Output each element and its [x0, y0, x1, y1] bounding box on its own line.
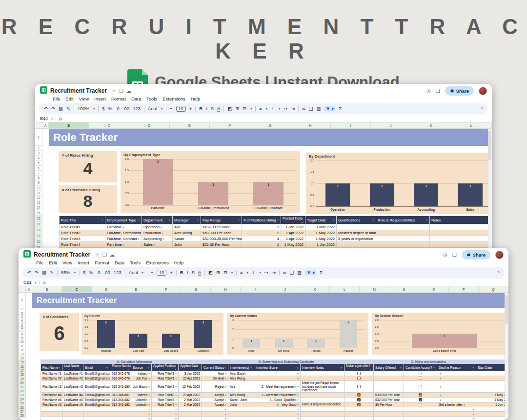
chart-by-employment-type[interactable]: By Employment Type2.01.51.00.50.02Part-t… — [121, 151, 300, 213]
cell[interactable] — [430, 242, 492, 248]
row-number-8[interactable]: 8 — [19, 332, 26, 336]
menu-item-edit[interactable]: Edit — [65, 96, 73, 101]
filter-button[interactable]: ▼ ▾ — [305, 270, 316, 275]
row-number-21[interactable]: 21 — [19, 385, 26, 389]
cell[interactable]: $25-30 Per Hour — [201, 242, 242, 248]
column-header-cell[interactable]: Applied Date▼ — [179, 364, 202, 371]
zoom-caret[interactable]: ▾ — [93, 107, 95, 110]
cell[interactable]: Role Title#3▾ — [152, 392, 179, 397]
column-filter-icon[interactable]: ▼ — [79, 368, 81, 371]
row-number-9[interactable]: 9 — [19, 336, 26, 340]
text-color-button[interactable]: A — [217, 105, 220, 112]
cell[interactable] — [301, 392, 345, 397]
cell[interactable]: ▾ — [152, 416, 179, 420]
cell[interactable]: 1 May 2022 — [281, 242, 305, 248]
text-rotate-button[interactable]: ⇥ — [272, 270, 276, 275]
checkbox-unchecked[interactable] — [419, 372, 422, 375]
row-number-12[interactable]: 12 — [35, 196, 42, 200]
cell[interactable] — [179, 412, 202, 417]
row-number-2[interactable]: 2 — [35, 146, 42, 151]
menu-item-tools[interactable]: Tools — [130, 260, 141, 265]
cell[interactable] — [110, 416, 131, 420]
row-number-27[interactable]: 27 — [19, 410, 26, 414]
dropdown-icon[interactable]: ▾ — [138, 238, 139, 240]
menu-item-file[interactable]: File — [53, 96, 60, 101]
cell[interactable] — [376, 230, 430, 236]
cell[interactable]: Get a better offer▾ — [437, 402, 476, 407]
column-header-cell[interactable]: Last Name▼ — [62, 364, 83, 371]
column-filter-icon[interactable]: ▼ — [433, 366, 435, 369]
cell[interactable]: $32,000 Per Year — [374, 397, 404, 402]
cell[interactable] — [110, 407, 131, 412]
cell[interactable]: 15 Feb 2022 — [179, 381, 202, 393]
column-header-I[interactable]: I — [241, 286, 270, 292]
cell[interactable]: Ava — [173, 224, 201, 230]
cell[interactable]: Full-time, Contract▾ — [105, 236, 142, 242]
dropdown-icon[interactable]: ▾ — [473, 413, 474, 416]
column-filter-icon[interactable]: ▼ — [301, 221, 304, 224]
cell[interactable]: 4 - Very Good▾ — [254, 402, 301, 407]
column-header-E[interactable]: E — [170, 122, 210, 128]
dropdown-icon[interactable]: ▾ — [122, 243, 124, 246]
menu-item-file[interactable]: File — [36, 260, 43, 265]
cell[interactable] — [301, 376, 345, 381]
cell[interactable]: ▾ — [152, 412, 179, 417]
cell[interactable]: 1 Apr 2022 — [281, 236, 305, 242]
column-header-cell[interactable]: Pay Range▼ — [201, 216, 242, 224]
dropdown-icon[interactable]: ▾ — [464, 403, 465, 406]
vertical-scrollbar[interactable] — [505, 293, 508, 420]
grid-corner[interactable] — [35, 122, 42, 128]
row-number-6[interactable]: 6 — [35, 166, 42, 171]
merge-cells-button[interactable]: ⊟ — [243, 106, 246, 111]
cell[interactable] — [301, 397, 345, 402]
cell[interactable]: Indeed▾ — [131, 392, 152, 397]
dropdown-icon[interactable]: ▾ — [297, 408, 299, 411]
cell[interactable]: Email3@gmail.com — [83, 381, 110, 393]
cell[interactable] — [41, 407, 62, 412]
row-number-23[interactable]: 23 — [19, 393, 26, 397]
borders-button[interactable]: ⊞ — [235, 106, 239, 111]
cell[interactable] — [404, 402, 437, 407]
cell[interactable] — [476, 412, 508, 417]
dropdown-icon[interactable]: ▾ — [175, 372, 177, 375]
cell[interactable]: ▾ — [437, 376, 476, 381]
cell[interactable]: $30,000-35,000 Per Year — [201, 236, 242, 242]
dropdown-icon[interactable]: ▾ — [297, 385, 299, 388]
functions-button[interactable]: Σ — [339, 106, 342, 111]
dropdown-icon[interactable]: ▾ — [148, 417, 150, 420]
increase-decimal-button[interactable]: .00 — [123, 106, 129, 111]
column-header-A[interactable]: A — [26, 286, 32, 292]
dropdown-icon[interactable]: ▾ — [148, 377, 150, 380]
cell[interactable]: ▾ — [437, 397, 476, 402]
decrease-decimal-button[interactable]: .0 — [97, 270, 101, 275]
dropdown-icon[interactable]: ▾ — [297, 377, 299, 380]
dropdown-icon[interactable]: ▾ — [297, 399, 299, 401]
undo-button[interactable]: ↶ — [44, 106, 48, 111]
scrollbar-thumb[interactable] — [505, 295, 508, 324]
cell[interactable]: Role Title#1▾ — [152, 376, 179, 381]
cell[interactable] — [179, 407, 202, 412]
column-header-L[interactable]: L — [330, 286, 360, 292]
row-number-14[interactable]: 14 — [35, 205, 42, 210]
cell[interactable]: ▾ — [437, 381, 476, 393]
row-number-3[interactable]: 3 — [35, 151, 42, 156]
cell[interactable]: Role Title#2 — [60, 230, 105, 236]
row-number-11[interactable]: 11 — [19, 344, 26, 348]
row-number-28[interactable]: 28 — [19, 414, 26, 418]
column-header-C[interactable]: C — [89, 122, 130, 128]
column-header-B[interactable]: B — [49, 122, 89, 128]
cell[interactable] — [404, 416, 437, 420]
cell[interactable] — [404, 397, 437, 402]
merge-cells-button[interactable]: ⊟ — [223, 270, 227, 275]
more-formats-button[interactable]: 123 — [133, 106, 141, 111]
name-box[interactable]: C51 — [23, 280, 32, 285]
cell[interactable] — [110, 412, 131, 417]
print-button[interactable]: ▤ — [42, 270, 46, 275]
collapse-toolbar-button[interactable]: ^ — [498, 270, 500, 275]
cell[interactable]: Role Title#3▾ — [152, 397, 179, 402]
cell[interactable] — [41, 412, 62, 417]
font-size-increase-button[interactable]: + — [170, 270, 173, 275]
cell[interactable]: Accept▾ — [202, 392, 228, 397]
cell[interactable]: Reject▾ — [202, 381, 228, 393]
cell[interactable]: FirstName #5 — [41, 397, 62, 402]
